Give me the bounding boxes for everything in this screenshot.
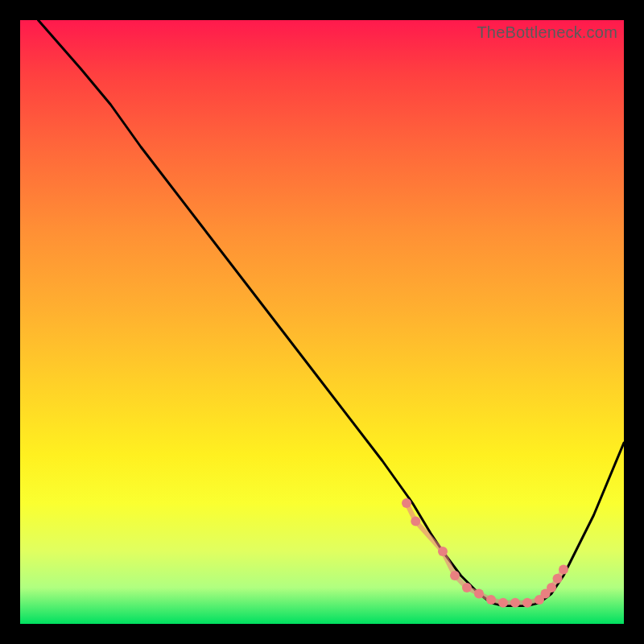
optimal-range-dot — [522, 598, 532, 608]
chart-frame: TheBottleneck.com — [20, 20, 624, 624]
attribution-text: TheBottleneck.com — [477, 23, 617, 42]
bottleneck-curve — [39, 20, 625, 606]
bottleneck-curve-path — [39, 20, 625, 606]
optimal-range-dot — [462, 583, 472, 592]
chart-svg — [20, 20, 624, 624]
optimal-range-dot — [547, 583, 556, 592]
optimal-range-markers — [402, 498, 568, 608]
optimal-range-dot — [510, 598, 520, 608]
optimal-range-dot — [559, 565, 568, 575]
optimal-range-dot — [450, 571, 460, 580]
optimal-range-dot — [438, 547, 448, 556]
optimal-range-stroke — [407, 503, 564, 603]
optimal-range-dot — [411, 517, 420, 526]
optimal-range-dot — [474, 589, 484, 599]
optimal-range-dot — [498, 598, 508, 608]
optimal-range-dot — [402, 498, 411, 508]
optimal-range-dot — [486, 595, 496, 605]
optimal-range-dot — [553, 574, 563, 584]
